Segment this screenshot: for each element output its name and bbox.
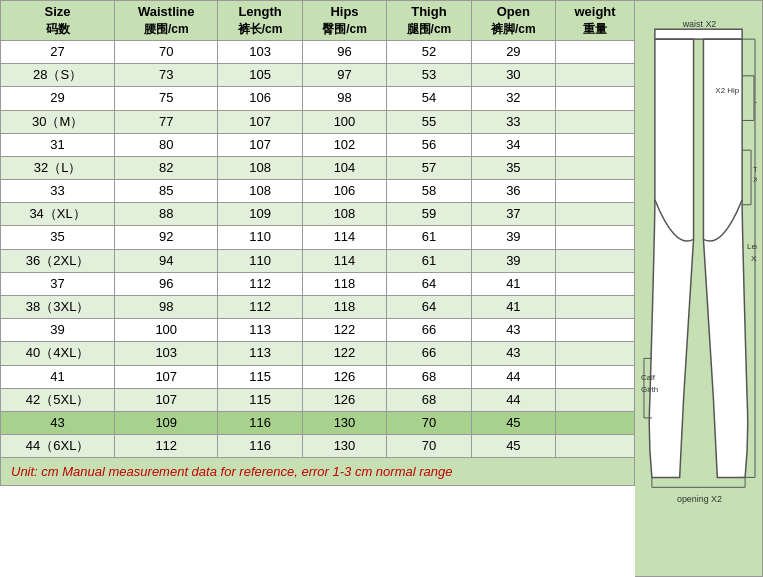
table-cell: 82 [115, 156, 218, 179]
table-cell: 112 [115, 435, 218, 458]
table-cell: 105 [218, 64, 302, 87]
table-row: 30（M）771071005533 [1, 110, 635, 133]
table-cell: 32（L） [1, 156, 115, 179]
table-cell: 107 [115, 388, 218, 411]
table-cell: 77 [115, 110, 218, 133]
table-cell [556, 319, 635, 342]
table-cell: 100 [115, 319, 218, 342]
size-table: Size 码数 Waistline 腰围/cm Length 裤长/cm Hip… [0, 0, 635, 458]
table-cell [556, 272, 635, 295]
table-cell: 97 [302, 64, 386, 87]
table-cell [556, 435, 635, 458]
table-cell: 59 [387, 203, 471, 226]
table-cell [556, 411, 635, 434]
table-cell: 36 [471, 180, 555, 203]
table-cell [556, 365, 635, 388]
table-cell: 44 [471, 388, 555, 411]
table-cell: 112 [218, 296, 302, 319]
table-cell: 94 [115, 249, 218, 272]
table-cell: 115 [218, 365, 302, 388]
table-cell: 64 [387, 272, 471, 295]
table-cell: 41 [1, 365, 115, 388]
col-length-zh: 裤长/cm [222, 21, 297, 38]
table-cell: 118 [302, 296, 386, 319]
table-cell: 98 [302, 87, 386, 110]
svg-text:Girth: Girth [641, 385, 658, 394]
table-cell: 109 [218, 203, 302, 226]
table-cell: 126 [302, 365, 386, 388]
table-cell: 88 [115, 203, 218, 226]
table-cell [556, 226, 635, 249]
table-cell: 106 [218, 87, 302, 110]
svg-text:X2: X2 [751, 254, 757, 263]
table-cell: 34 [471, 133, 555, 156]
table-cell: 113 [218, 319, 302, 342]
table-cell: 96 [115, 272, 218, 295]
table-cell: 113 [218, 342, 302, 365]
table-cell: 30（M） [1, 110, 115, 133]
table-row: 42（5XL）1071151266844 [1, 388, 635, 411]
table-cell: 109 [115, 411, 218, 434]
col-weight: weight 重量 [556, 1, 635, 41]
col-length: Length 裤长/cm [218, 1, 302, 41]
table-cell: 66 [387, 319, 471, 342]
table-cell [556, 110, 635, 133]
col-waist: Waistline 腰围/cm [115, 1, 218, 41]
table-cell: 122 [302, 342, 386, 365]
table-cell: 35 [471, 156, 555, 179]
table-cell: 61 [387, 226, 471, 249]
table-cell: 44（6XL） [1, 435, 115, 458]
table-cell [556, 388, 635, 411]
svg-text:Length: Length [747, 242, 757, 251]
table-row: 44（6XL）1121161307045 [1, 435, 635, 458]
table-cell: 39 [471, 226, 555, 249]
table-cell: 110 [218, 226, 302, 249]
table-cell: 43 [1, 411, 115, 434]
table-cell: 68 [387, 365, 471, 388]
diagram-section: waist X2 X2 Hip _ Thigh X2 [635, 0, 763, 577]
table-cell: 108 [218, 156, 302, 179]
table-cell: 27 [1, 40, 115, 63]
table-cell: 42（5XL） [1, 388, 115, 411]
col-size-en: Size [5, 3, 110, 21]
table-cell: 58 [387, 180, 471, 203]
table-row: 391001131226643 [1, 319, 635, 342]
table-cell [556, 156, 635, 179]
table-cell: 38（3XL） [1, 296, 115, 319]
table-cell: 130 [302, 435, 386, 458]
table-cell: 107 [218, 110, 302, 133]
col-size-zh: 码数 [5, 21, 110, 38]
table-cell [556, 203, 635, 226]
table-cell: 114 [302, 249, 386, 272]
table-cell: 110 [218, 249, 302, 272]
svg-text:opening X2: opening X2 [677, 494, 722, 504]
table-row: 33851081065836 [1, 180, 635, 203]
svg-text:X2 Hip: X2 Hip [715, 85, 739, 94]
table-cell: 85 [115, 180, 218, 203]
table-cell [556, 180, 635, 203]
col-length-en: Length [222, 3, 297, 21]
table-cell: 115 [218, 388, 302, 411]
table-cell: 102 [302, 133, 386, 156]
table-cell: 40（4XL） [1, 342, 115, 365]
table-cell: 114 [302, 226, 386, 249]
table-cell: 130 [302, 411, 386, 434]
table-cell: 106 [302, 180, 386, 203]
table-cell: 122 [302, 319, 386, 342]
table-cell: 100 [302, 110, 386, 133]
table-cell: 28（S） [1, 64, 115, 87]
pants-diagram: waist X2 X2 Hip _ Thigh X2 [640, 19, 757, 559]
table-cell: 41 [471, 296, 555, 319]
table-cell: 70 [387, 435, 471, 458]
table-cell: 126 [302, 388, 386, 411]
table-cell: 66 [387, 342, 471, 365]
table-row: 40（4XL）1031131226643 [1, 342, 635, 365]
table-cell: 39 [1, 319, 115, 342]
col-hips: Hips 臀围/cm [302, 1, 386, 41]
table-cell [556, 133, 635, 156]
table-cell: 32 [471, 87, 555, 110]
table-cell: 108 [302, 203, 386, 226]
col-open: Open 裤脚/cm [471, 1, 555, 41]
svg-rect-0 [655, 29, 742, 39]
table-row: 32（L）821081045735 [1, 156, 635, 179]
